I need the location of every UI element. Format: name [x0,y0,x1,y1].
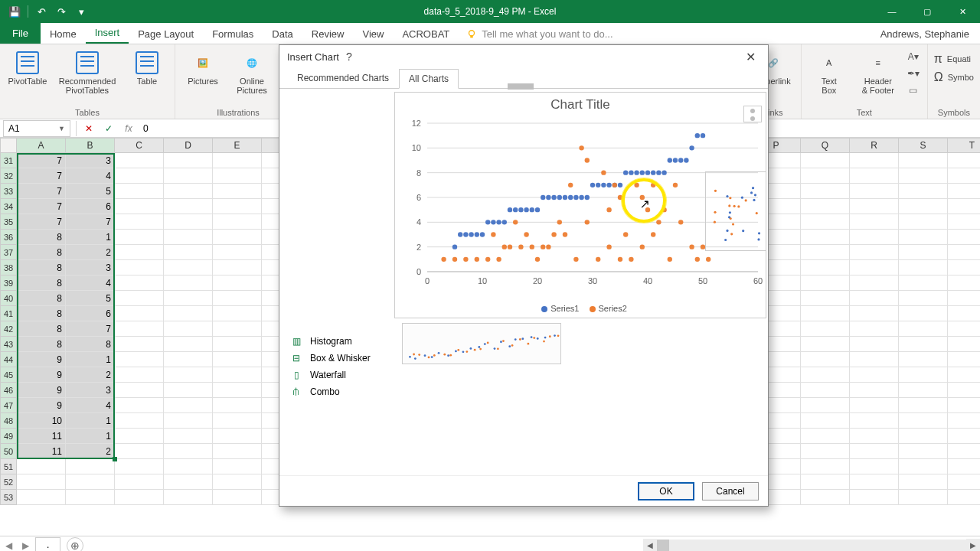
row-header[interactable]: 50 [0,444,17,459]
cell[interactable] [801,276,850,291]
cell[interactable] [213,352,262,367]
cell[interactable] [115,367,164,383]
row-header[interactable]: 51 [0,459,17,474]
cell[interactable]: 6 [66,199,115,214]
cell[interactable] [899,367,948,383]
cell[interactable] [213,444,262,459]
cell[interactable]: 10 [17,413,66,429]
cell[interactable] [899,230,948,245]
cell[interactable] [115,429,164,444]
wordart-icon[interactable]: A▾ [906,49,921,64]
column-header[interactable]: D [164,138,213,153]
cell[interactable] [213,153,262,168]
cell[interactable] [801,413,850,429]
cell[interactable]: 3 [66,383,115,398]
cell[interactable] [213,291,262,306]
cell[interactable] [213,337,262,352]
cell[interactable]: 9 [17,352,66,367]
row-header[interactable]: 46 [0,383,17,398]
cell[interactable] [115,184,164,199]
cell[interactable] [164,352,213,367]
cell[interactable] [948,214,980,230]
maximize-button[interactable]: ▢ [910,0,945,23]
cell[interactable]: 7 [66,214,115,230]
cell[interactable] [115,352,164,367]
tell-me-search[interactable]: Tell me what you want to do... [459,24,620,44]
cell[interactable] [948,459,980,474]
cell[interactable] [17,474,66,490]
cell[interactable] [899,260,948,276]
row-header[interactable]: 53 [0,490,17,505]
cell[interactable]: 8 [17,337,66,352]
column-header[interactable]: C [115,138,164,153]
cell[interactable] [115,291,164,306]
cell[interactable] [801,153,850,168]
cell[interactable]: 8 [17,291,66,306]
cell[interactable] [213,260,262,276]
cell[interactable] [164,245,213,260]
row-header[interactable]: 49 [0,429,17,444]
cell[interactable] [899,153,948,168]
cell[interactable] [801,230,850,245]
cell[interactable]: 2 [66,367,115,383]
chart-type-boxwhisker[interactable]: ⊟Box & Whisker [287,350,394,366]
signature-icon[interactable]: ✒▾ [906,66,921,81]
cell[interactable] [164,184,213,199]
cell[interactable] [164,429,213,444]
cell[interactable] [948,337,980,352]
recommended-pivottables-button[interactable]: Recommended PivotTables [55,47,119,95]
cell[interactable] [164,199,213,214]
cell[interactable] [801,474,850,490]
cell[interactable] [948,413,980,429]
fill-handle[interactable] [113,457,117,461]
insert-function-icon[interactable]: fx [119,120,139,137]
tab-page-layout[interactable]: Page Layout [129,24,203,44]
cell[interactable]: 1 [66,230,115,245]
cell[interactable] [948,153,980,168]
cell[interactable] [213,429,262,444]
cell[interactable] [164,383,213,398]
cell[interactable] [115,398,164,413]
undo-icon[interactable]: ↶ [33,3,50,20]
cell[interactable] [115,260,164,276]
cancel-button[interactable]: Cancel [702,482,759,500]
row-header[interactable]: 39 [0,276,17,291]
cell[interactable]: 7 [17,199,66,214]
tab-data[interactable]: Data [263,24,302,44]
cell[interactable]: 1 [66,352,115,367]
tab-review[interactable]: Review [302,24,354,44]
cell[interactable] [850,490,899,505]
cell[interactable] [948,429,980,444]
cell[interactable]: 3 [66,153,115,168]
row-header[interactable]: 47 [0,398,17,413]
column-header[interactable]: E [213,138,262,153]
cell[interactable] [899,276,948,291]
cell[interactable] [899,383,948,398]
cell[interactable] [801,168,850,184]
cell[interactable]: 2 [66,245,115,260]
cell[interactable] [17,490,66,505]
cell[interactable]: 11 [17,444,66,459]
column-header[interactable]: A [17,138,66,153]
column-header[interactable]: B [66,138,115,153]
cell[interactable] [850,459,899,474]
cell[interactable] [164,474,213,490]
cell[interactable] [115,199,164,214]
cell[interactable] [115,276,164,291]
cell[interactable]: 8 [17,276,66,291]
cell[interactable] [213,398,262,413]
cell[interactable] [850,291,899,306]
equation-button[interactable]: πEquati [934,52,974,66]
cell[interactable] [948,321,980,337]
cell[interactable] [948,490,980,505]
cell[interactable] [948,184,980,199]
cell[interactable] [899,337,948,352]
cell[interactable] [115,306,164,321]
cell[interactable] [899,413,948,429]
cell[interactable] [164,398,213,413]
chart-type-histogram[interactable]: ▥Histogram [287,334,394,349]
cell[interactable] [948,398,980,413]
cell[interactable] [213,199,262,214]
cell[interactable] [213,367,262,383]
cell[interactable] [164,153,213,168]
